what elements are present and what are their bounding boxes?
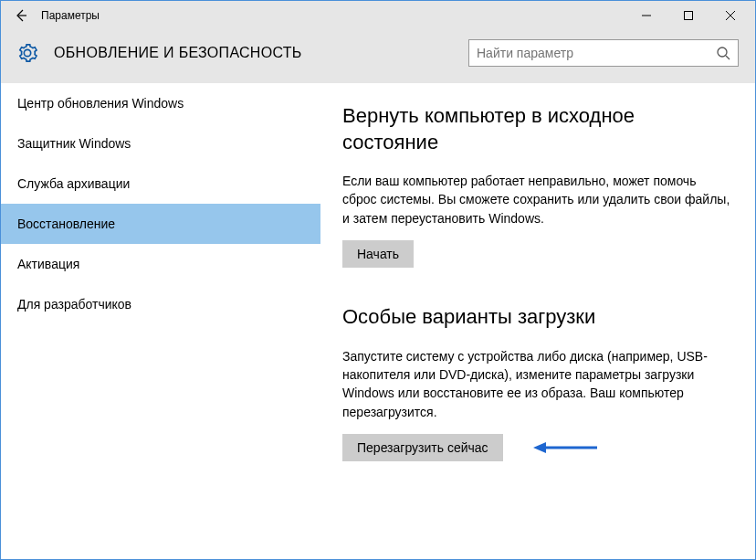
main: Вернуть компьютер в исходное состояние Е… [320, 83, 755, 559]
sidebar-item-activation[interactable]: Активация [1, 244, 320, 284]
sidebar-item-label: Центр обновления Windows [17, 96, 184, 111]
maximize-button[interactable] [667, 2, 709, 29]
sidebar-item-recovery[interactable]: Восстановление [1, 204, 320, 244]
sidebar-item-defender[interactable]: Защитник Windows [1, 123, 320, 164]
annotation-arrow-icon [533, 439, 597, 459]
sidebar-item-label: Для разработчиков [17, 297, 131, 312]
sidebar-item-label: Защитник Windows [17, 136, 131, 151]
minimize-button[interactable] [625, 2, 667, 29]
svg-marker-8 [533, 442, 546, 453]
content: Центр обновления Windows Защитник Window… [1, 83, 755, 559]
sidebar-item-developers[interactable]: Для разработчиков [1, 284, 320, 324]
sidebar-item-label: Восстановление [17, 217, 115, 231]
header: ОБНОВЛЕНИЕ И БЕЗОПАСНОСТЬ [1, 30, 755, 83]
close-button[interactable] [709, 2, 751, 29]
reset-start-button[interactable]: Начать [342, 240, 414, 268]
sidebar-item-label: Активация [17, 257, 79, 271]
gear-icon [17, 43, 37, 63]
svg-line-6 [726, 56, 730, 59]
back-button[interactable] [5, 2, 37, 29]
search-icon [716, 46, 730, 60]
window-title: Параметры [41, 9, 100, 22]
section-title-reset: Вернуть компьютер в исходное состояние [342, 103, 733, 155]
section-desc-advanced: Запустите систему с устройства либо диск… [342, 347, 733, 421]
search-box[interactable] [468, 39, 739, 67]
titlebar: Параметры [1, 1, 755, 30]
search-input[interactable] [477, 46, 716, 60]
header-title: ОБНОВЛЕНИЕ И БЕЗОПАСНОСТЬ [54, 45, 302, 61]
section-title-advanced: Особые варианты загрузки [342, 304, 733, 331]
section-advanced: Особые варианты загрузки Запустите систе… [342, 304, 733, 461]
window-controls [625, 2, 751, 29]
sidebar: Центр обновления Windows Защитник Window… [1, 83, 320, 559]
sidebar-item-update[interactable]: Центр обновления Windows [1, 83, 320, 123]
sidebar-item-label: Служба архивации [17, 176, 130, 191]
restart-now-button[interactable]: Перезагрузить сейчас [342, 434, 503, 461]
section-desc-reset: Если ваш компьютер работает неправильно,… [342, 172, 733, 227]
section-reset: Вернуть компьютер в исходное состояние Е… [342, 103, 733, 268]
sidebar-item-backup[interactable]: Служба архивации [1, 164, 320, 204]
svg-rect-2 [685, 12, 693, 20]
svg-point-5 [718, 48, 727, 57]
